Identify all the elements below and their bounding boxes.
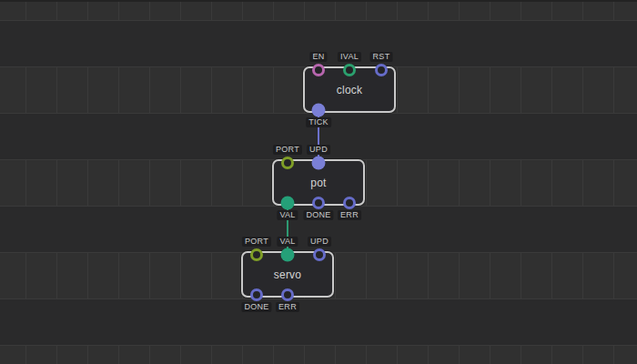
node-label-clock: clock [337, 84, 362, 96]
pin-label-clock-en: EN [309, 52, 327, 62]
pin-label-clock-rst: RST [370, 52, 393, 62]
pin-pot-upd[interactable] [312, 157, 326, 170]
pin-pot-done[interactable] [312, 197, 325, 209]
pin-clock-tick[interactable] [312, 104, 326, 117]
pin-clock-rst[interactable] [375, 64, 388, 76]
pin-label-servo-err: ERR [276, 302, 299, 312]
pin-label-clock-ival: IVAL [338, 52, 361, 62]
patch-canvas[interactable]: clockpotservoENIVALRSTTICKPORTUPDVALDONE… [0, 0, 637, 364]
pin-label-pot-done: DONE [303, 210, 333, 220]
pin-servo-upd[interactable] [313, 248, 326, 261]
node-label-pot: pot [310, 177, 326, 189]
pin-clock-en[interactable] [312, 64, 325, 76]
pin-label-pot-port: PORT [273, 145, 302, 155]
pin-pot-val[interactable] [281, 197, 295, 210]
pin-label-clock-tick: TICK [306, 117, 331, 127]
pin-pot-port[interactable] [281, 157, 294, 169]
pin-servo-done[interactable] [250, 288, 263, 301]
pin-label-servo-upd: UPD [308, 237, 331, 247]
pin-servo-err[interactable] [281, 288, 294, 301]
pin-label-servo-done: DONE [241, 302, 271, 312]
node-label-servo: servo [274, 268, 301, 281]
pin-label-servo-port: PORT [242, 237, 271, 247]
pin-pot-err[interactable] [343, 197, 356, 209]
pin-clock-ival[interactable] [343, 64, 356, 76]
pin-label-pot-upd: UPD [307, 145, 330, 155]
pin-label-servo-val: VAL [277, 237, 298, 247]
pin-servo-val[interactable] [281, 248, 295, 262]
pin-servo-port[interactable] [250, 248, 263, 261]
pin-label-pot-val: VAL [277, 210, 298, 220]
pin-label-pot-err: ERR [338, 210, 361, 220]
